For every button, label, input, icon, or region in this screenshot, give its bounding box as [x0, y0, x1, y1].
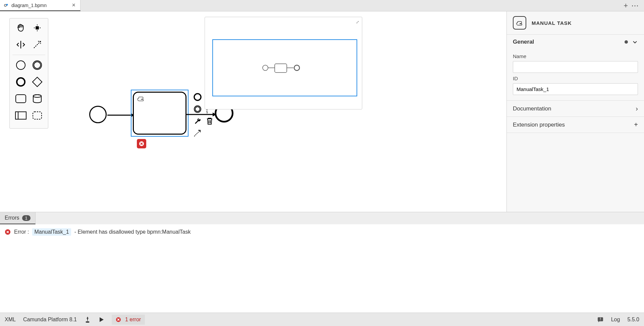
errors-tab[interactable]: Errors 1 [0, 212, 36, 224]
chevron-right-icon: › [636, 105, 638, 112]
status-xml-toggle[interactable]: XML [5, 317, 16, 323]
manual-task-icon [137, 95, 145, 102]
status-feedback-icon[interactable]: ! [597, 316, 604, 323]
tab-diagram[interactable]: diagram_1.bpmn × [0, 0, 80, 11]
sequence-flow-1[interactable] [107, 113, 134, 120]
status-deploy-icon[interactable] [84, 316, 91, 323]
connect-icon[interactable] [193, 128, 203, 138]
svg-text:!: ! [600, 317, 601, 321]
manual-task-element[interactable] [133, 92, 186, 135]
change-type-wrench-icon[interactable] [193, 116, 203, 126]
diagram-canvas[interactable]: ⤢ [0, 11, 506, 212]
minimap-content [261, 61, 308, 75]
errors-tab-label: Errors [5, 215, 19, 221]
section-extension-title: Extension properties [513, 122, 565, 128]
tab-title: diagram_1.bpmn [11, 3, 47, 8]
input-id[interactable] [513, 83, 638, 95]
close-icon[interactable]: × [72, 2, 75, 9]
svg-rect-24 [275, 64, 287, 73]
label-id: ID [513, 76, 638, 81]
bpmn-file-icon [3, 3, 9, 8]
status-log[interactable]: Log [611, 317, 620, 323]
status-platform[interactable]: Camunda Platform 8.1 [23, 317, 77, 323]
manual-task-type-icon [513, 16, 526, 30]
svg-point-26 [294, 65, 300, 71]
minimap-viewport[interactable] [212, 39, 357, 96]
section-extension-properties[interactable]: Extension properties + [507, 117, 644, 133]
plus-icon[interactable]: + [634, 121, 638, 129]
element-error-badge[interactable] [137, 139, 146, 148]
start-event[interactable] [89, 106, 107, 123]
errors-count-badge: 1 [22, 215, 31, 221]
new-tab-icon[interactable]: + [624, 1, 628, 10]
append-intermediate-event[interactable] [193, 104, 203, 114]
section-general: General Name ID [507, 35, 644, 101]
minimap[interactable]: ⤢ [205, 17, 362, 109]
status-run-icon[interactable] [98, 317, 104, 323]
section-general-header[interactable]: General [507, 35, 644, 49]
section-general-title: General [513, 39, 534, 45]
error-message: - Element has disallowed type bpmn:Manua… [74, 229, 191, 235]
input-name[interactable] [513, 61, 638, 73]
error-element-id[interactable]: ManualTask_1 [32, 228, 71, 236]
svg-point-1 [6, 4, 8, 5]
svg-point-22 [263, 65, 268, 71]
svg-point-17 [194, 94, 201, 100]
section-indicator-dot [625, 40, 628, 44]
properties-header: MANUAL TASK [507, 11, 644, 35]
delete-trash-icon[interactable] [205, 116, 215, 126]
properties-title: MANUAL TASK [532, 20, 572, 26]
statusbar: XML Camunda Platform 8.1 1 error ! Log 5… [0, 313, 644, 326]
properties-panel: MANUAL TASK General Name ID Documentatio… [506, 11, 644, 212]
status-error-count[interactable]: 1 error [112, 315, 145, 325]
status-version: 5.5.0 [627, 317, 639, 323]
error-list-item[interactable]: Error : ManualTask_1 - Element has disal… [5, 228, 639, 236]
append-end-event[interactable] [193, 92, 203, 102]
minimap-collapse-icon[interactable]: ⤢ [356, 20, 359, 25]
error-prefix: Error : [14, 229, 29, 235]
tabbar: diagram_1.bpmn × + ⋯ [0, 0, 644, 11]
label-name: Name [513, 53, 638, 59]
error-icon [5, 229, 11, 235]
problems-panel: Errors 1 Error : ManualTask_1 - Element … [0, 212, 644, 313]
svg-point-0 [4, 4, 6, 6]
section-documentation[interactable]: Documentation › [507, 101, 644, 117]
svg-point-21 [195, 107, 200, 111]
chevron-down-icon [632, 39, 638, 45]
more-icon[interactable]: ⋯ [631, 1, 639, 10]
section-documentation-title: Documentation [513, 105, 551, 112]
